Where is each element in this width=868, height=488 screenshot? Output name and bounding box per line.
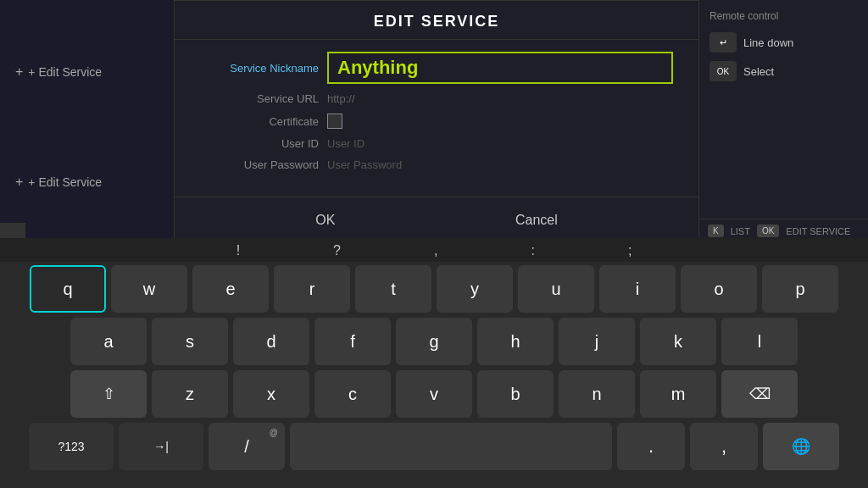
remote-panel: Remote control ↵ Line down OK Select [698,0,868,220]
key-t[interactable]: t [355,265,431,313]
plus-icon-1: + [15,64,23,80]
key-colon[interactable]: : [531,243,534,258]
cancel-button[interactable]: Cancel [498,209,575,231]
field-nickname: Service Nickname [200,52,673,84]
tag-list: K [708,225,724,237]
key-row-4: ?123 →| / @ . , 🌐 [8,423,860,470]
sidebar-item-1[interactable]: + + Edit Service [0,56,178,88]
remote-item-linedown: ↵ Line down [709,32,858,53]
checkbox-certificate[interactable] [327,114,342,129]
field-url: Service URL http:// [200,92,673,105]
label-nickname: Service Nickname [200,62,319,75]
edit-service-modal: EDIT SERVICE Service Nickname Service UR… [174,0,699,246]
label-edit-service: EDIT SERVICE [786,226,850,236]
label-password: User Password [200,158,319,171]
key-shift[interactable]: ⇧ [70,370,147,418]
field-userid: User ID User ID [200,137,673,150]
key-comma[interactable]: , [690,423,758,470]
key-z[interactable]: z [152,370,228,418]
placeholder-userid: User ID [327,137,364,150]
key-tab[interactable]: →| [119,423,203,470]
plus-icon-2: + [15,175,23,190]
key-slash[interactable]: / @ [209,423,285,470]
key-language[interactable]: 🌐 [763,423,839,470]
key-b[interactable]: b [477,370,554,418]
key-period[interactable]: . [617,423,685,470]
key-comma-special[interactable]: , [434,243,437,258]
key-v[interactable]: v [396,370,472,418]
key-exclaim[interactable]: ! [236,243,240,258]
ok-button[interactable]: OK [298,209,352,231]
input-nickname[interactable] [327,52,673,84]
key-k[interactable]: k [640,318,716,365]
key-space[interactable] [290,423,612,470]
special-chars-row: ! ? , : ; [0,238,868,262]
remote-label-linedown: Line down [743,36,793,49]
label-userid: User ID [200,137,319,150]
key-g[interactable]: g [396,318,472,365]
key-j[interactable]: j [559,318,635,365]
remote-item-select: OK Select [709,61,858,81]
tag-ok: OK [757,225,779,237]
key-question[interactable]: ? [333,243,341,258]
key-n[interactable]: n [559,370,635,418]
key-row-2: a s d f g h j k l [8,318,860,365]
key-p[interactable]: p [762,265,838,313]
label-list: LIST [731,226,750,236]
key-row-1: q w e r t y u i o p [8,265,860,313]
key-a[interactable]: a [70,318,147,365]
key-e[interactable]: e [192,265,269,313]
sidebar-item-2[interactable]: + + Edit Service [0,166,178,198]
key-semicolon[interactable]: ; [628,243,632,258]
key-d[interactable]: d [233,318,309,365]
key-o[interactable]: o [681,265,757,313]
key-h[interactable]: h [477,318,554,365]
key-y[interactable]: y [437,265,513,313]
key-row-3: ⇧ z x c v b n m ⌫ [8,370,860,418]
label-url: Service URL [200,92,319,105]
key-w[interactable]: w [111,265,187,313]
key-m[interactable]: m [640,370,716,418]
key-symbols[interactable]: ?123 [29,423,114,470]
remote-icon-select: OK [709,61,737,81]
key-q[interactable]: q [30,265,106,313]
key-i[interactable]: i [599,265,676,313]
key-s[interactable]: s [152,318,228,365]
at-superscript: @ [270,428,278,437]
key-u[interactable]: u [518,265,594,313]
field-certificate: Certificate [200,114,673,129]
remote-icon-linedown: ↵ [709,32,737,53]
field-password: User Password User Password [200,158,673,171]
remote-title: Remote control [709,10,858,22]
placeholder-password: User Password [327,158,402,171]
value-url: http:// [327,92,355,105]
key-l[interactable]: l [721,318,798,365]
key-r[interactable]: r [274,265,350,313]
label-certificate: Certificate [200,115,319,128]
key-f[interactable]: f [314,318,391,365]
remote-label-select: Select [743,65,774,78]
modal-title: EDIT SERVICE [175,1,698,40]
modal-body: Service Nickname Service URL http:// Cer… [175,40,698,191]
keyboard: ! ? , : ; q w e r t y u i o p a s d f g … [0,238,868,488]
modal-buttons: OK Cancel [175,197,698,243]
key-x[interactable]: x [233,370,309,418]
key-c[interactable]: c [314,370,391,418]
key-backspace[interactable]: ⌫ [721,370,798,418]
keyboard-rows: q w e r t y u i o p a s d f g h j k l ⇧ … [0,262,868,479]
